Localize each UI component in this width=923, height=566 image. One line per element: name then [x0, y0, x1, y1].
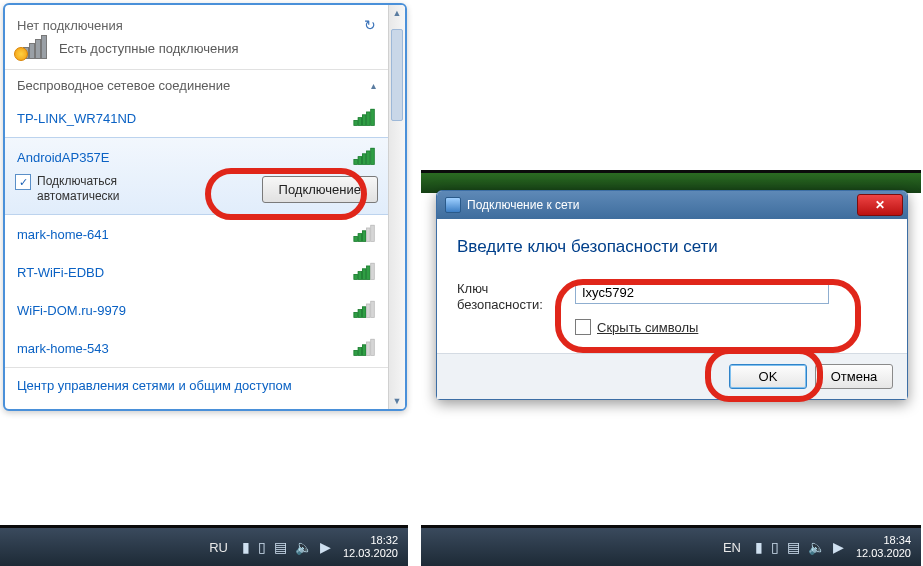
- flag-icon[interactable]: ▶: [833, 539, 844, 555]
- battery-icon[interactable]: ▯: [258, 539, 266, 555]
- hide-chars-checkbox[interactable]: [575, 319, 591, 335]
- network-item[interactable]: RT-WiFi-EDBD: [5, 253, 388, 291]
- network-dialog-icon: [445, 197, 461, 213]
- tray-icons[interactable]: ▮ ▯ ▤ 🔈 ▶: [749, 539, 850, 555]
- signal-icon: [354, 302, 376, 317]
- language-indicator[interactable]: RU: [201, 540, 236, 555]
- signal-icon: [354, 264, 376, 279]
- signal-icon: [354, 110, 376, 125]
- key-label: Ключ безопасности:: [457, 281, 561, 313]
- scroll-up-icon[interactable]: ▲: [389, 8, 405, 18]
- connect-button[interactable]: Подключение: [262, 176, 378, 203]
- dialog-titlebar[interactable]: Подключение к сети ✕: [437, 191, 907, 219]
- network-tray-icon[interactable]: ▤: [787, 539, 800, 555]
- auto-connect-checkbox[interactable]: ✓ Подключаться автоматически: [15, 174, 120, 204]
- network-tray-icon[interactable]: ▤: [274, 539, 287, 555]
- network-item[interactable]: mark-home-641: [5, 215, 388, 253]
- tray-icons[interactable]: ▮ ▯ ▤ 🔈 ▶: [236, 539, 337, 555]
- network-item-selected[interactable]: AndroidAP357E ✓ Подключаться автоматичес…: [5, 137, 388, 215]
- scroll-down-icon[interactable]: ▼: [389, 396, 405, 406]
- tray-icon[interactable]: ▮: [242, 539, 250, 555]
- battery-icon[interactable]: ▯: [771, 539, 779, 555]
- network-item[interactable]: mark-home-543: [5, 329, 388, 367]
- close-button[interactable]: ✕: [857, 194, 903, 216]
- chevron-up-icon: ▴: [371, 80, 376, 91]
- status-subtitle: Есть доступные подключения: [59, 41, 239, 56]
- cancel-button[interactable]: Отмена: [815, 364, 893, 389]
- security-key-input[interactable]: [575, 281, 829, 304]
- clock[interactable]: 18:32 12.03.2020: [337, 532, 408, 562]
- hide-chars-label[interactable]: Скрыть символы: [597, 320, 698, 335]
- network-item[interactable]: TP-LINK_WR741ND: [5, 99, 388, 137]
- scroll-thumb[interactable]: [391, 29, 403, 121]
- status-title: Нет подключения: [17, 18, 123, 33]
- taskbar-left: RU ▮ ▯ ▤ 🔈 ▶ 18:32 12.03.2020: [0, 525, 408, 566]
- taskbar-right: EN ▮ ▯ ▤ 🔈 ▶ 18:34 12.03.2020: [421, 525, 921, 566]
- volume-icon[interactable]: 🔈: [808, 539, 825, 555]
- scrollbar[interactable]: ▲ ▼: [388, 5, 405, 409]
- flag-icon[interactable]: ▶: [320, 539, 331, 555]
- volume-icon[interactable]: 🔈: [295, 539, 312, 555]
- signal-warning-icon: [17, 37, 49, 59]
- network-center-link[interactable]: Центр управления сетями и общим доступом: [5, 367, 388, 403]
- refresh-icon[interactable]: ↻: [364, 17, 376, 33]
- signal-icon: [354, 226, 376, 241]
- checkbox-icon: ✓: [15, 174, 31, 190]
- wireless-group-header[interactable]: Беспроводное сетевое соединение ▴: [5, 72, 388, 99]
- signal-icon: [354, 340, 376, 355]
- signal-icon: [354, 149, 376, 164]
- language-indicator[interactable]: EN: [715, 540, 749, 555]
- tray-icon[interactable]: ▮: [755, 539, 763, 555]
- connect-dialog: Подключение к сети ✕ Введите ключ безопа…: [436, 190, 908, 400]
- network-item[interactable]: WiFi-DOM.ru-9979: [5, 291, 388, 329]
- network-flyout: Нет подключения ↻ Есть доступные подключ…: [3, 3, 407, 411]
- dialog-heading: Введите ключ безопасности сети: [457, 237, 887, 257]
- ok-button[interactable]: OK: [729, 364, 807, 389]
- clock[interactable]: 18:34 12.03.2020: [850, 532, 921, 562]
